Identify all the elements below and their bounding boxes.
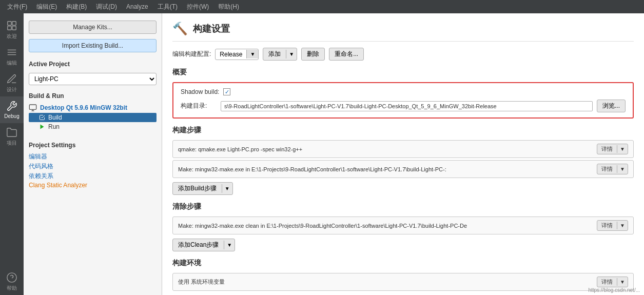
dir-value: s\9-RoadLightController\1-software\Light… <box>221 101 593 111</box>
menu-build[interactable]: 构建(B) <box>62 2 91 12</box>
page-header: 🔨 构建设置 <box>172 22 634 42</box>
add-config-label: 添加 <box>263 48 286 60</box>
svg-rect-0 <box>8 21 11 25</box>
clean-step-1-detail-label: 详情 <box>597 221 617 230</box>
env-text: 使用 系统环境变量 <box>178 278 593 286</box>
add-clean-step-label: 添加Clean步骤 <box>173 239 224 251</box>
sidebar-edit-label: 编辑 <box>7 60 17 67</box>
kit-name: Desktop Qt 5.9.6 MinGW 32bit <box>40 104 127 111</box>
build-steps-header: 构建步骤 <box>172 126 634 135</box>
svg-rect-2 <box>8 26 11 29</box>
build-step-1-detail-arrow[interactable]: ▼ <box>617 145 628 153</box>
rename-config-button[interactable]: 重命名... <box>329 48 364 61</box>
run-sub-item[interactable]: Run <box>29 122 157 131</box>
menu-debug[interactable]: 调试(D) <box>92 2 121 12</box>
svg-marker-12 <box>41 125 44 129</box>
project-select-wrap: Light-PC <box>29 73 157 85</box>
config-select-arrow[interactable]: ▼ <box>246 50 258 58</box>
watermark: https://blog.csdn.net/... <box>588 287 640 293</box>
svg-rect-3 <box>12 26 16 29</box>
sidebar-project-btn[interactable]: 项目 <box>0 123 24 150</box>
dir-label: 构建目录: <box>181 102 217 110</box>
env-row: 使用 系统环境变量 详情 ▼ <box>172 273 634 291</box>
clean-step-1-detail-arrow[interactable]: ▼ <box>617 222 628 229</box>
left-panel: Manage Kits... Import Existing Build... … <box>24 13 162 295</box>
build-run-section: Build & Run Desktop Qt 5.9.6 MinGW 32bit… <box>29 92 157 131</box>
build-env-header: 构建环境 <box>172 259 634 268</box>
svg-rect-1 <box>12 21 16 25</box>
sidebar-debug-label: Debug <box>4 113 19 119</box>
sidebar-help-label: 帮助 <box>7 285 17 292</box>
ps-link-editor[interactable]: 编辑器 <box>29 152 157 162</box>
sidebar-edit-btn[interactable]: 编辑 <box>0 43 24 70</box>
config-label: 编辑构建配置: <box>172 50 211 58</box>
shadow-build-label: Shadow build: <box>181 88 219 95</box>
add-build-step-arrow[interactable]: ▼ <box>222 184 232 193</box>
delete-config-button[interactable]: 删除 <box>301 48 325 61</box>
menu-edit[interactable]: 编辑(E) <box>32 2 61 12</box>
summary-header: 概要 <box>172 68 634 77</box>
build-step-2-detail-arrow[interactable]: ▼ <box>617 165 628 173</box>
run-label: Run <box>48 123 60 130</box>
build-step-2-detail-label: 详情 <box>597 164 617 174</box>
sidebar-welcome-label: 欢迎 <box>7 33 17 40</box>
add-build-step-label: 添加Build步骤 <box>173 183 222 194</box>
add-config-arrow[interactable]: ▼ <box>286 50 297 58</box>
config-row: 编辑构建配置: Release ▼ 添加 ▼ 删除 重命名... <box>172 48 634 61</box>
env-detail-arrow[interactable]: ▼ <box>617 278 628 286</box>
menu-file[interactable]: 文件(F) <box>3 2 31 12</box>
add-clean-step-arrow[interactable]: ▼ <box>224 241 235 249</box>
build-step-1-detail-button[interactable]: 详情 ▼ <box>597 144 628 154</box>
clean-step-1-text: Make: mingw32-make.exe clean in E:\1-Pro… <box>178 223 593 229</box>
project-select[interactable]: Light-PC <box>29 73 157 85</box>
build-step-2-detail-button[interactable]: 详情 ▼ <box>597 164 628 174</box>
import-build-button[interactable]: Import Existing Build... <box>29 39 157 52</box>
clean-step-1-detail-button[interactable]: 详情 ▼ <box>597 220 628 231</box>
menu-help[interactable]: 帮助(H) <box>214 2 243 12</box>
shadow-build-row: Shadow build: ✓ <box>181 88 626 95</box>
sidebar-design-btn[interactable]: 设计 <box>0 70 24 96</box>
env-detail-label: 详情 <box>597 277 617 287</box>
svg-point-7 <box>7 272 16 282</box>
shadow-build-checkbox[interactable]: ✓ <box>223 88 230 95</box>
sidebar-welcome-btn[interactable]: 欢迎 <box>0 16 24 43</box>
build-steps-section: 构建步骤 qmake: qmake.exe Light-PC.pro -spec… <box>172 126 634 195</box>
right-content: 🔨 构建设置 编辑构建配置: Release ▼ 添加 ▼ 删除 重命名... … <box>162 13 644 295</box>
manage-kits-button[interactable]: Manage Kits... <box>29 21 157 34</box>
build-env-section: 构建环境 使用 系统环境变量 详情 ▼ <box>172 259 634 291</box>
page-title: 构建设置 <box>193 23 230 35</box>
clean-steps-header: 清除步骤 <box>172 202 634 211</box>
menu-widgets[interactable]: 控件(W) <box>183 2 213 12</box>
ps-link-dependencies[interactable]: 依赖关系 <box>29 171 157 181</box>
env-detail-button[interactable]: 详情 ▼ <box>597 277 628 287</box>
shadow-build-box: Shadow build: ✓ 构建目录: s\9-RoadLightContr… <box>172 82 634 119</box>
sidebar-debug-btn[interactable]: Debug <box>0 96 24 123</box>
sidebar-project-label: 项目 <box>7 140 17 147</box>
clean-steps-section: 清除步骤 Make: mingw32-make.exe clean in E:\… <box>172 202 634 251</box>
ps-link-codestyle[interactable]: 代码风格 <box>29 162 157 171</box>
sidebar-design-label: 设计 <box>7 86 17 93</box>
clean-step-1: Make: mingw32-make.exe clean in E:\1-Pro… <box>172 217 634 234</box>
browse-button[interactable]: 浏览... <box>597 100 626 112</box>
build-step-1-detail-label: 详情 <box>597 144 617 154</box>
build-label: Build <box>48 114 62 121</box>
main-layout: 欢迎 编辑 设计 Debug 项目 帮助 Manage Kits... Impo… <box>0 13 644 295</box>
menu-tools[interactable]: 工具(T) <box>153 2 182 12</box>
build-step-2-text: Make: mingw32-make.exe in E:\1-Projects\… <box>178 166 593 172</box>
add-clean-step-button[interactable]: 添加Clean步骤 ▼ <box>172 239 235 251</box>
sidebar-help-btn[interactable]: 帮助 <box>0 268 24 295</box>
build-step-1: qmake: qmake.exe Light-PC.pro -spec win3… <box>172 140 634 158</box>
config-select[interactable]: Release ▼ <box>215 49 259 60</box>
icon-sidebar: 欢迎 编辑 设计 Debug 项目 帮助 <box>0 13 24 295</box>
build-step-1-text: qmake: qmake.exe Light-PC.pro -spec win3… <box>178 146 593 152</box>
menu-analyze[interactable]: Analyze <box>122 2 152 11</box>
kit-item[interactable]: Desktop Qt 5.9.6 MinGW 32bit <box>29 103 157 113</box>
active-project-label: Active Project <box>29 61 157 68</box>
build-run-title: Build & Run <box>29 92 157 100</box>
add-config-button[interactable]: 添加 ▼ <box>263 48 297 61</box>
build-step-2: Make: mingw32-make.exe in E:\1-Projects\… <box>172 160 634 178</box>
ps-link-clang[interactable]: Clang Static Analyzer <box>29 181 157 189</box>
project-settings: Project Settings 编辑器 代码风格 依赖关系 Clang Sta… <box>29 142 157 189</box>
add-build-step-button[interactable]: 添加Build步骤 ▼ <box>172 182 233 195</box>
build-sub-item[interactable]: Build <box>29 113 157 122</box>
